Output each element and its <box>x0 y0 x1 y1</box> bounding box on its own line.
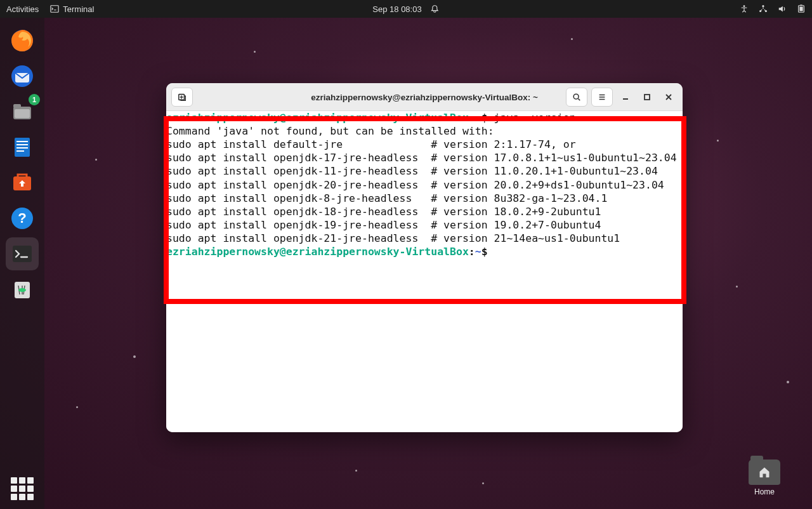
svg-rect-11 <box>13 104 21 108</box>
accessibility-icon[interactable] <box>740 4 749 13</box>
dock-thunderbird[interactable] <box>6 60 39 93</box>
svg-rect-6 <box>800 4 802 5</box>
svg-rect-15 <box>16 144 28 145</box>
maximize-icon <box>643 93 651 101</box>
close-button[interactable] <box>660 88 678 106</box>
network-icon[interactable] <box>759 4 768 13</box>
window-titlebar[interactable]: ezriahzippernowsky@ezriahzippernowsky-Vi… <box>166 83 683 111</box>
volume-icon[interactable] <box>778 4 787 13</box>
svg-rect-0 <box>51 6 58 13</box>
maximize-button[interactable] <box>638 88 656 106</box>
libreoffice-writer-icon <box>10 135 35 160</box>
active-app-indicator[interactable]: Terminal <box>50 4 94 14</box>
svg-rect-21 <box>13 246 32 262</box>
search-button[interactable] <box>566 88 587 107</box>
svg-rect-25 <box>645 95 650 100</box>
svg-rect-14 <box>16 141 28 142</box>
svg-rect-17 <box>16 150 24 152</box>
dock-software[interactable] <box>6 166 39 199</box>
battery-icon[interactable] <box>797 4 806 13</box>
notification-icon[interactable] <box>431 4 440 13</box>
svg-rect-12 <box>15 109 30 118</box>
dock-help[interactable]: ? <box>6 202 39 235</box>
dock-trash[interactable] <box>6 273 39 306</box>
minimize-button[interactable] <box>617 88 634 106</box>
svg-rect-16 <box>16 147 28 149</box>
clock[interactable]: Sep 18 08:03 <box>372 4 421 14</box>
desktop-home-folder[interactable]: Home <box>742 459 787 496</box>
terminal-output[interactable]: ezriahzippernowsky@ezriahzippernowsky-Vi… <box>166 111 683 432</box>
help-icon: ? <box>10 206 35 231</box>
files-badge: 1 <box>29 94 40 105</box>
svg-point-24 <box>573 94 579 99</box>
trash-icon <box>10 277 35 302</box>
terminal-app-icon <box>10 241 35 267</box>
svg-point-1 <box>743 5 745 7</box>
menu-button[interactable] <box>591 88 613 107</box>
terminal-icon <box>50 4 59 13</box>
search-icon <box>572 93 581 102</box>
thunderbird-icon <box>10 63 35 89</box>
hamburger-icon <box>598 93 606 102</box>
show-applications[interactable] <box>11 477 34 500</box>
close-icon <box>665 93 672 101</box>
desktop-home-label: Home <box>754 487 775 496</box>
svg-text:?: ? <box>18 210 26 226</box>
top-bar: Activities Terminal Sep 18 08:03 <box>0 0 812 18</box>
dock-terminal[interactable] <box>6 237 39 270</box>
home-icon <box>758 466 771 479</box>
activities-button[interactable]: Activities <box>6 4 39 14</box>
svg-rect-7 <box>799 7 802 11</box>
minimize-icon <box>622 93 629 101</box>
dock-firefox[interactable] <box>6 24 39 57</box>
firefox-icon <box>10 28 35 53</box>
dock-writer[interactable] <box>6 131 39 164</box>
terminal-window: ezriahzippernowsky@ezriahzippernowsky-Vi… <box>166 83 683 432</box>
new-tab-button[interactable] <box>171 88 193 107</box>
ubuntu-software-icon <box>10 170 35 195</box>
dock: 1 ? <box>0 18 44 509</box>
window-title: ezriahzippernowsky@ezriahzippernowsky-Vi… <box>311 92 538 102</box>
active-app-name: Terminal <box>63 4 94 14</box>
dock-files[interactable]: 1 <box>6 95 39 128</box>
svg-point-2 <box>762 5 764 7</box>
new-tab-icon <box>178 93 187 102</box>
